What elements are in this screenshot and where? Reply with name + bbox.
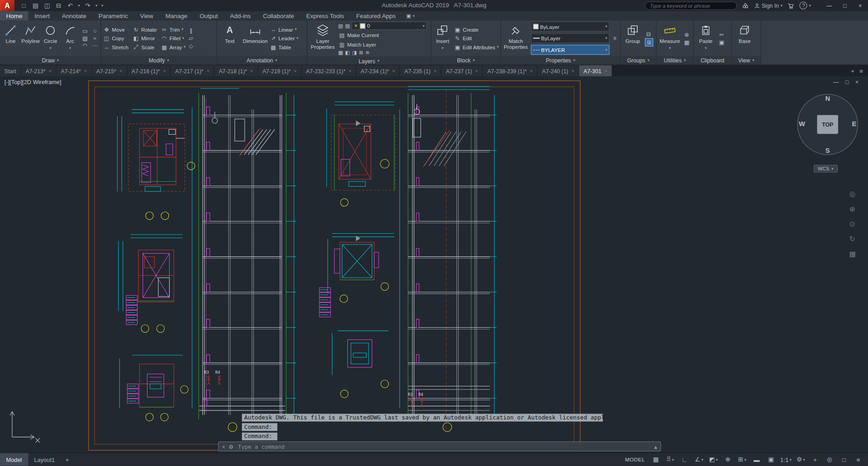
ribbon-tab-collaborate[interactable]: Collaborate xyxy=(257,11,300,20)
file-tab-active[interactable]: A7-301× xyxy=(579,65,612,76)
redo-icon[interactable]: ↷ xyxy=(84,2,91,9)
sign-in-button[interactable]: Sign In ▾ xyxy=(754,3,783,9)
tab-close-icon[interactable]: × xyxy=(392,68,395,73)
object-snap-toggle[interactable]: ⊞▾ xyxy=(735,454,749,465)
file-tab[interactable]: A7-215*× xyxy=(92,65,127,76)
ribbon-tab-view[interactable]: View xyxy=(134,11,159,20)
model-tab[interactable]: Model xyxy=(0,453,28,466)
modify-panel-label[interactable]: Modify ▾ xyxy=(101,56,217,65)
dimension-button[interactable]: Dimension xyxy=(242,22,268,55)
match-layer-button[interactable]: ▥Match Layer xyxy=(338,40,427,48)
isometric-drafting-toggle[interactable]: ◩▾ xyxy=(707,454,721,465)
stretch-button[interactable]: ↔Stretch xyxy=(103,43,128,51)
circle-button[interactable]: Circle ▾ xyxy=(42,22,60,55)
new-layout-button[interactable]: + xyxy=(61,456,73,463)
annotation-monitor-toggle[interactable]: + xyxy=(808,454,822,465)
pan-icon[interactable]: ⊕ xyxy=(849,205,856,213)
cut-icon[interactable]: ✂ xyxy=(718,31,725,38)
orbit-icon[interactable]: ↻ xyxy=(849,235,856,243)
search-binoculars-icon[interactable] xyxy=(742,2,749,9)
linetype-dropdown[interactable]: BYLAYER ▾ xyxy=(531,45,609,55)
help-search-input[interactable] xyxy=(645,1,737,9)
tab-close-icon[interactable]: × xyxy=(349,68,351,73)
layer-off-icon[interactable]: ⊞ xyxy=(359,50,363,55)
layer-properties-button[interactable]: Layer Properties xyxy=(309,22,337,56)
dynamic-input-toggle[interactable]: ▣ xyxy=(764,454,778,465)
object-color-dropdown[interactable]: ByLayer ▾ xyxy=(531,22,609,32)
navigation-wheel-icon[interactable]: ◎ xyxy=(849,190,856,198)
app-store-cart-icon[interactable] xyxy=(787,2,795,9)
file-tab[interactable]: A7-234 (1)*× xyxy=(356,65,399,76)
file-tab[interactable]: A7-213*× xyxy=(21,65,56,76)
layer-lock-icon[interactable]: ▨ xyxy=(345,23,350,28)
layer-isolate-icon[interactable]: ▩ xyxy=(338,50,343,55)
utilities-panel-label[interactable]: Utilities ▾ xyxy=(657,56,693,65)
layer-freeze-icon[interactable]: ▧ xyxy=(338,23,343,28)
file-tab[interactable]: A7-216 (1)*× xyxy=(127,65,170,76)
drawing-close-icon[interactable]: × xyxy=(855,79,859,85)
grid-display-toggle[interactable]: ▦ xyxy=(649,454,663,465)
offset-tool-icon[interactable]: ∥ xyxy=(187,27,194,34)
spline-tool-icon[interactable]: ≈ xyxy=(91,35,99,41)
lineweight-dropdown[interactable]: ByLayer ▾ xyxy=(531,33,609,43)
ribbon-tab-express-tools[interactable]: Express Tools xyxy=(300,11,350,20)
ribbon-tab-insert[interactable]: Insert xyxy=(28,11,56,20)
layer-merge-icon[interactable]: ≋ xyxy=(365,50,370,55)
help-button[interactable]: ? ▾ xyxy=(800,2,811,9)
recent-commands-icon[interactable]: ▴ xyxy=(655,443,657,449)
ribbon-tab-annotate[interactable]: Annotate xyxy=(56,11,92,20)
tab-close-icon[interactable]: × xyxy=(207,68,209,73)
showmotion-icon[interactable]: ▦ xyxy=(849,249,856,258)
properties-list-icon[interactable]: ≡ xyxy=(611,34,618,42)
edit-attributes-button[interactable]: ▣Edit Attributes▾ xyxy=(454,43,498,51)
drawing-restore-icon[interactable]: □ xyxy=(845,79,849,85)
arc-button[interactable]: Arc ▾ xyxy=(61,22,79,55)
match-properties-button[interactable]: Match Properties xyxy=(503,22,529,55)
customize-status-bar-button[interactable]: ≡ xyxy=(851,454,865,465)
lineweight-toggle[interactable]: ▬ xyxy=(749,454,764,465)
trim-button[interactable]: ✂Trim▾ xyxy=(161,25,185,33)
viewcube[interactable]: N S W E TOP xyxy=(797,94,858,155)
explode-tool-icon[interactable]: ◇ xyxy=(187,42,194,50)
group-button[interactable]: Group xyxy=(622,22,644,55)
file-tab[interactable]: A7-217 (1)*× xyxy=(171,65,213,76)
revision-cloud-tool-icon[interactable]: ◠ xyxy=(81,42,89,48)
base-view-button[interactable]: Base xyxy=(734,22,756,55)
model-space-toggle[interactable]: MODEL xyxy=(621,454,648,465)
zoom-icon[interactable]: ⊙ xyxy=(849,220,856,228)
ribbon-tab-addins[interactable]: Add-ins xyxy=(224,11,257,20)
autocad-logo[interactable]: A xyxy=(0,0,14,11)
snap-mode-toggle[interactable]: ⠿▾ xyxy=(663,454,677,465)
tab-close-icon[interactable]: × xyxy=(572,68,574,73)
insert-block-button[interactable]: Insert ▾ xyxy=(433,22,452,55)
viewcube-top-face[interactable]: TOP xyxy=(817,115,838,134)
tab-list-button[interactable]: ≡ xyxy=(859,67,863,74)
ortho-mode-toggle[interactable]: ∟ xyxy=(678,454,692,465)
object-snap-tracking-toggle[interactable]: ⊕ xyxy=(721,454,735,465)
layout1-tab[interactable]: Layout1 xyxy=(28,453,61,466)
viewcube-south[interactable]: S xyxy=(825,146,830,154)
tab-close-icon[interactable]: × xyxy=(49,68,52,73)
more-draw-tools-icon[interactable]: ⋯ xyxy=(91,42,99,48)
isolate-objects-button[interactable]: ◎ xyxy=(823,454,837,465)
tab-close-icon[interactable]: × xyxy=(251,68,253,73)
tab-close-icon[interactable]: × xyxy=(294,68,297,73)
rectangle-tool-icon[interactable]: ▭ xyxy=(81,28,89,34)
hatch-tool-icon[interactable]: ▨ xyxy=(81,35,89,41)
viewcube-west[interactable]: W xyxy=(799,120,805,128)
save-icon[interactable]: ◫ xyxy=(43,2,51,9)
draw-panel-label[interactable]: Draw ▾ xyxy=(0,56,101,65)
cad-drawing-canvas[interactable]: R3 R4 R3 R4 xyxy=(0,76,868,452)
viewcube-north[interactable]: N xyxy=(825,94,830,102)
undo-icon[interactable]: ↶ xyxy=(66,2,74,9)
ribbon-display-toggle[interactable]: ▣ ▾ xyxy=(402,11,419,20)
close-button[interactable]: × xyxy=(853,0,868,11)
layer-freeze-all-icon[interactable]: ◨ xyxy=(352,50,356,55)
scale-button[interactable]: ⤢Scale xyxy=(133,43,157,51)
mirror-button[interactable]: ◧Mirror xyxy=(133,34,157,42)
paste-button[interactable]: Paste ▾ xyxy=(695,22,716,55)
file-tab[interactable]: A7-219 (1)*× xyxy=(258,65,301,76)
create-block-button[interactable]: ▣Create xyxy=(454,25,498,33)
tab-close-icon[interactable]: × xyxy=(84,68,87,73)
view-panel-label[interactable]: View ▾ xyxy=(732,56,761,65)
